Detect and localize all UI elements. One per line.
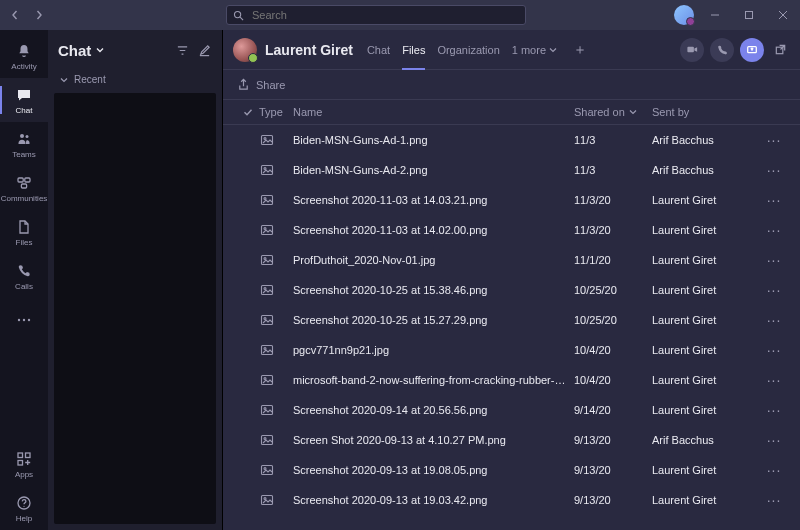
file-name: Screenshot 2020-11-03 at 14.02.00.png: [293, 224, 574, 236]
contact-avatar[interactable]: [233, 38, 257, 62]
tab-organization[interactable]: Organization: [437, 30, 499, 70]
svg-point-21: [264, 138, 266, 140]
row-more-button[interactable]: ···: [767, 222, 782, 238]
tabs-overflow[interactable]: 1 more: [512, 30, 557, 70]
add-tab-button[interactable]: ＋: [569, 30, 591, 70]
file-shared-on: 11/3: [574, 134, 652, 146]
file-sent-by: Laurent Giret: [652, 464, 762, 476]
chat-icon: [15, 86, 33, 104]
tab-files[interactable]: Files: [402, 30, 425, 70]
file-row[interactable]: Screenshot 2020-11-03 at 14.03.21.png11/…: [223, 185, 800, 215]
rail-label: Communities: [1, 194, 48, 203]
row-more-button[interactable]: ···: [767, 312, 782, 328]
rail-item-help[interactable]: Help: [0, 486, 48, 530]
pop-out-button[interactable]: [770, 43, 790, 56]
file-row[interactable]: Screenshot 2020-11-03 at 14.02.00.png11/…: [223, 215, 800, 245]
row-more-button[interactable]: ···: [767, 192, 782, 208]
file-name: pgcv771nn9p21.jpg: [293, 344, 574, 356]
file-row[interactable]: Screenshot 2020-09-14 at 20.56.56.png9/1…: [223, 395, 800, 425]
share-button[interactable]: Share: [223, 70, 800, 99]
svg-rect-30: [262, 286, 273, 295]
column-name[interactable]: Name: [293, 106, 574, 118]
file-name: Biden-MSN-Guns-Ad-1.png: [293, 134, 574, 146]
rail-item-files[interactable]: Files: [0, 210, 48, 254]
rail-item-calls[interactable]: Calls: [0, 254, 48, 298]
column-shared-on[interactable]: Shared on: [574, 106, 652, 118]
search-input[interactable]: [250, 8, 519, 22]
row-more-button[interactable]: ···: [767, 402, 782, 418]
contact-name: Laurent Giret: [265, 42, 353, 58]
app-shell: Activity Chat Teams Communities Files Ca…: [0, 0, 800, 530]
search-box[interactable]: [226, 5, 526, 25]
rail-label: Chat: [16, 106, 33, 115]
column-sent-by[interactable]: Sent by: [652, 106, 762, 118]
row-more-button[interactable]: ···: [767, 342, 782, 358]
column-type[interactable]: Type: [259, 106, 293, 118]
nav-back-button[interactable]: [6, 6, 24, 24]
rail-item-activity[interactable]: Activity: [0, 34, 48, 78]
video-icon: [686, 43, 699, 56]
rail-label: Apps: [15, 470, 33, 479]
files-table-header: Type Name Shared on Sent by: [223, 99, 800, 125]
file-row[interactable]: Biden-MSN-Guns-Ad-1.png11/3Arif Bacchus·…: [223, 125, 800, 155]
row-more-button[interactable]: ···: [767, 432, 782, 448]
svg-point-10: [23, 319, 25, 321]
file-row[interactable]: Screen Shot 2020-09-13 at 4.10.27 PM.png…: [223, 425, 800, 455]
file-row[interactable]: Screenshot 2020-10-25 at 15.38.46.png10/…: [223, 275, 800, 305]
share-label: Share: [256, 79, 285, 91]
rail-overflow[interactable]: [0, 298, 48, 342]
window-minimize-button[interactable]: [698, 0, 732, 30]
svg-point-33: [264, 318, 266, 320]
window-maximize-button[interactable]: [732, 0, 766, 30]
chat-content: Laurent Giret Chat Files Organization 1 …: [223, 30, 800, 530]
row-more-button[interactable]: ···: [767, 462, 782, 478]
audio-call-button[interactable]: [710, 38, 734, 62]
file-name: Screen Shot 2020-09-13 at 4.10.27 PM.png: [293, 434, 574, 446]
image-file-icon: [259, 282, 275, 298]
tab-chat[interactable]: Chat: [367, 30, 390, 70]
screen-share-button[interactable]: [740, 38, 764, 62]
file-row[interactable]: Screenshot 2020-10-25 at 15.27.29.png10/…: [223, 305, 800, 335]
file-row[interactable]: microsoft-band-2-now-suffering-from-crac…: [223, 365, 800, 395]
nav-forward-button[interactable]: [30, 6, 48, 24]
files-icon: [15, 218, 33, 236]
file-row[interactable]: Screenshot 2020-09-13 at 19.08.05.png9/1…: [223, 455, 800, 485]
image-file-icon: [259, 432, 275, 448]
new-chat-button[interactable]: [196, 42, 212, 58]
svg-point-45: [264, 498, 266, 500]
file-shared-on: 10/4/20: [574, 344, 652, 356]
file-name: Screenshot 2020-09-13 at 19.08.05.png: [293, 464, 574, 476]
file-row[interactable]: ProfDuthoit_2020-Nov-01.jpg11/1/20Lauren…: [223, 245, 800, 275]
file-row[interactable]: Screenshot 2020-09-13 at 19.03.42.png9/1…: [223, 485, 800, 515]
rail-item-chat[interactable]: Chat: [0, 78, 48, 122]
phone-icon: [15, 262, 33, 280]
row-more-button[interactable]: ···: [767, 372, 782, 388]
svg-point-31: [264, 288, 266, 290]
rail-item-apps[interactable]: Apps: [0, 442, 48, 486]
chat-panel-title[interactable]: Chat: [58, 42, 168, 59]
file-row[interactable]: pgcv771nn9p21.jpg10/4/20Laurent Giret···: [223, 335, 800, 365]
video-call-button[interactable]: [680, 38, 704, 62]
current-user-avatar[interactable]: [674, 5, 694, 25]
row-more-button[interactable]: ···: [767, 162, 782, 178]
select-all-checkbox[interactable]: [237, 106, 259, 118]
rail-item-teams[interactable]: Teams: [0, 122, 48, 166]
svg-point-5: [26, 135, 29, 138]
row-more-button[interactable]: ···: [767, 282, 782, 298]
svg-line-1: [240, 17, 243, 20]
filter-button[interactable]: [174, 42, 190, 58]
file-row[interactable]: Biden-MSN-Guns-Ad-2.png11/3Arif Bacchus·…: [223, 155, 800, 185]
file-name: microsoft-band-2-now-suffering-from-crac…: [293, 374, 574, 386]
window-close-button[interactable]: [766, 0, 800, 30]
row-more-button[interactable]: ···: [767, 132, 782, 148]
image-file-icon: [259, 312, 275, 328]
chat-section-recent[interactable]: Recent: [48, 70, 222, 89]
image-file-icon: [259, 402, 275, 418]
rail-item-communities[interactable]: Communities: [0, 166, 48, 210]
files-table: Type Name Shared on Sent by Biden-MSN-Gu…: [223, 99, 800, 530]
row-more-button[interactable]: ···: [767, 492, 782, 508]
row-more-button[interactable]: ···: [767, 252, 782, 268]
file-name: Screenshot 2020-10-25 at 15.38.46.png: [293, 284, 574, 296]
phone-icon: [716, 44, 728, 56]
pop-out-icon: [774, 43, 787, 56]
